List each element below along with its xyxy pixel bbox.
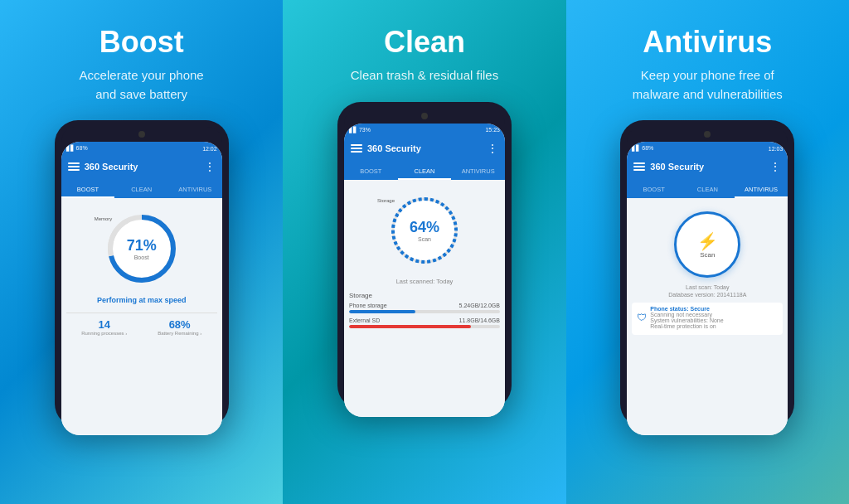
clean-circle[interactable]: Storage 64% Scan (387, 193, 462, 268)
clean-hamburger-icon[interactable] (351, 144, 362, 153)
av-tab-boost[interactable]: BOOST (627, 186, 681, 198)
storage-phone-bar (349, 310, 500, 313)
antivirus-panel: Antivirus Keep your phone free ofmalware… (566, 0, 849, 504)
phone-notch (61, 127, 222, 142)
av-tab-clean[interactable]: CLEAN (681, 186, 735, 198)
boost-content: Memory 71% Boost Performing at max speed… (61, 198, 222, 435)
scan-status: Scanning not necessary (650, 312, 723, 317)
antivirus-subtitle: Keep your phone free ofmalware and vulne… (633, 66, 783, 104)
boost-phone: ▋▋ 68% 12:02 360 Security ⋮ BOOST CLEAN … (55, 120, 229, 427)
clean-panel: Clean Clean trash & residual files ▋▋ 73… (283, 0, 565, 504)
phone-screen: ▋▋ 68% 12:02 360 Security ⋮ BOOST CLEAN … (61, 142, 222, 435)
tab-antivirus[interactable]: ANTIVIRUS (168, 186, 222, 198)
scan-button[interactable]: ⚡ Scan (674, 211, 740, 278)
clean-more-icon[interactable]: ⋮ (487, 143, 498, 154)
av-status-card: 🛡 Phone status: Secure Scanning not nece… (632, 303, 783, 335)
stat-battery-value: 68% (158, 318, 201, 331)
tab-boost[interactable]: BOOST (61, 186, 115, 198)
stat-apps[interactable]: 14 Running processes › (81, 318, 127, 336)
av-tab-antivirus[interactable]: ANTIVIRUS (735, 186, 788, 198)
stat-battery-label: Battery Remaining › (158, 331, 201, 336)
db-version: Database version: 20141118A (632, 292, 783, 298)
phone-status-texts: Phone status: Secure Scanning not necess… (650, 306, 723, 329)
clean-app-bar: 360 Security ⋮ (344, 137, 505, 160)
circle-center: 71% Boost (127, 237, 157, 260)
boost-panel: Boost Accelerate your phoneand save batt… (0, 0, 283, 504)
av-app-title: 360 Security (650, 162, 764, 172)
storage-phone-header: Phone storage 5.24GB/12.0GB (349, 303, 500, 308)
status-time: 12:02 (202, 146, 217, 152)
boost-subtitle: Accelerate your phoneand save battery (80, 66, 204, 104)
av-status-bar: ▋▋ 68% 12:03 (627, 142, 788, 155)
boost-title: Boost (99, 25, 184, 60)
storage-sd-label: External SD (349, 317, 380, 323)
clean-time: 15:23 (485, 127, 500, 133)
clean-title: Clean (384, 25, 465, 60)
last-scan: Last scan: Today (632, 284, 783, 290)
tabs-bar: BOOST CLEAN ANTIVIRUS (61, 178, 222, 198)
storage-phone-label: Phone storage (349, 303, 387, 308)
phone-status: Phone status: Secure (650, 306, 723, 312)
clean-signal: ▋▋ 73% (349, 127, 371, 133)
status-bar: ▋▋ 68% 12:02 (61, 142, 222, 155)
more-icon[interactable]: ⋮ (204, 161, 216, 172)
phone-notch-av (627, 127, 788, 142)
stat-battery[interactable]: 68% Battery Remaining › (158, 318, 201, 336)
av-tabs-bar: BOOST CLEAN ANTIVIRUS (627, 178, 788, 198)
notch-dot-clean (421, 113, 428, 119)
phone-status-row: 🛡 Phone status: Secure Scanning not nece… (637, 306, 778, 329)
clean-phone: ▋▋ 73% 15:23 360 Security ⋮ BOOST CLEAN … (337, 102, 512, 409)
av-screen: ▋▋ 68% 12:03 360 Security ⋮ BOOST CLEAN … (627, 142, 788, 435)
boost-circle[interactable]: Memory 71% Boost (104, 211, 179, 286)
clean-content: Storage 64% Scan Last scanned: Today Sto… (344, 180, 505, 417)
boost-percent: 71% (127, 237, 157, 254)
boost-circle-label: Boost (127, 254, 157, 260)
storage-section: Storage Phone storage 5.24GB/12.0GB Exte… (349, 292, 500, 332)
storage-sd-fill (349, 325, 471, 328)
stat-apps-label: Running processes › (81, 331, 127, 336)
stats-row: 14 Running processes › 68% Battery Remai… (66, 313, 217, 336)
app-bar: 360 Security ⋮ (61, 155, 222, 178)
clean-tabs-bar: BOOST CLEAN ANTIVIRUS (344, 160, 505, 180)
status-signal: ▋▋ 68% (66, 145, 88, 152)
clean-tab-boost[interactable]: BOOST (344, 167, 398, 180)
vulnerabilities: System vulnerabilities: None (650, 317, 723, 323)
av-more-icon[interactable]: ⋮ (769, 161, 781, 172)
clean-app-title: 360 Security (367, 143, 482, 153)
clean-screen: ▋▋ 73% 15:23 360 Security ⋮ BOOST CLEAN … (344, 124, 505, 417)
last-scanned: Last scanned: Today (396, 278, 454, 285)
tab-clean[interactable]: CLEAN (114, 186, 168, 198)
storage-title: Storage (349, 292, 500, 299)
storage-sd: External SD 11.8GB/14.6GB (349, 317, 500, 328)
storage-label: Storage (377, 198, 395, 203)
clean-tab-clean[interactable]: CLEAN (398, 167, 452, 180)
storage-sd-header: External SD 11.8GB/14.6GB (349, 317, 500, 323)
phone-notch-clean (344, 109, 505, 124)
protection-status: Real-time protection is on (650, 323, 723, 329)
av-hamburger-icon[interactable] (633, 162, 645, 171)
stat-apps-value: 14 (81, 318, 127, 331)
storage-phone: Phone storage 5.24GB/12.0GB (349, 303, 500, 313)
antivirus-title: Antivirus (643, 25, 772, 60)
clean-subtitle: Clean trash & residual files (351, 66, 498, 85)
notch-dot-av (704, 131, 711, 138)
av-app-bar: 360 Security ⋮ (627, 155, 788, 178)
hamburger-icon[interactable] (68, 162, 80, 171)
storage-sd-value: 11.8GB/14.6GB (459, 317, 500, 323)
speed-text: Performing at max speed (97, 296, 187, 304)
av-signal: ▋▋ 68% (632, 145, 653, 152)
av-content: ⚡ Scan Last scan: Today Database version… (627, 198, 788, 435)
clean-circle-center: 64% Scan (410, 219, 439, 242)
shield-icon: 🛡 (637, 312, 647, 323)
clean-percent: 64% (410, 219, 439, 236)
bolt-icon: ⚡ (697, 231, 718, 251)
notch-dot (138, 131, 145, 138)
scan-label: Scan (700, 251, 715, 259)
storage-phone-fill (349, 310, 415, 313)
app-bar-title: 360 Security (85, 162, 199, 172)
antivirus-phone: ▋▋ 68% 12:03 360 Security ⋮ BOOST CLEAN … (620, 120, 794, 427)
clean-tab-antivirus[interactable]: ANTIVIRUS (451, 167, 505, 180)
storage-phone-value: 5.24GB/12.0GB (459, 303, 500, 308)
storage-sd-bar (349, 325, 500, 328)
clean-status-bar: ▋▋ 73% 15:23 (344, 124, 505, 137)
